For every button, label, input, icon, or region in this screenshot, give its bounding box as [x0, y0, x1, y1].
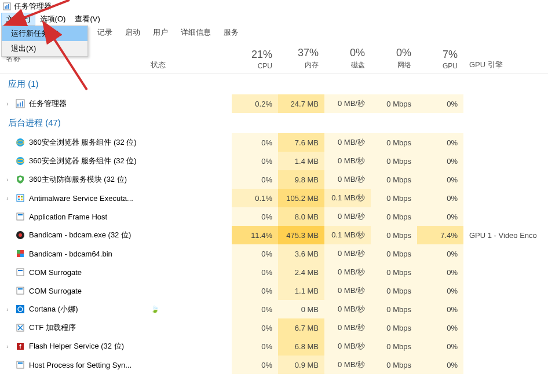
- menu-file[interactable]: 文件(F): [1, 13, 35, 25]
- svg-rect-2: [6, 5, 8, 9]
- tab-history[interactable]: 记录: [92, 25, 118, 39]
- process-name-cell: ›360主动防御服务模块 (32 位): [0, 174, 151, 185]
- process-name: COM Surrogate: [29, 287, 82, 295]
- process-row[interactable]: 360安全浏览器 服务组件 (32 位)0%7.6 MB0 MB/秒0 Mbps…: [0, 133, 548, 152]
- process-name-cell: ›Cortana (小娜): [0, 304, 151, 314]
- process-row[interactable]: ›Antimalware Service Executa...0.1%105.2…: [0, 189, 548, 207]
- svg-rect-13: [17, 195, 24, 202]
- disk-cell: 0 MB/秒: [324, 133, 371, 152]
- cpu-cell: 11.4%: [232, 226, 278, 244]
- shield360-icon: [15, 174, 25, 185]
- expand-icon[interactable]: ›: [3, 343, 12, 350]
- group-apps[interactable]: 应用 (1): [0, 74, 548, 94]
- process-name-cell: Bandicam - bdcam64.bin: [0, 248, 151, 259]
- disk-cell: 0 MB/秒: [324, 356, 371, 374]
- menu-new-task[interactable]: 运行新任务(N): [2, 26, 87, 41]
- tab-services[interactable]: 服务: [218, 25, 244, 39]
- memory-total: 37%: [298, 47, 319, 59]
- tab-users[interactable]: 用户: [147, 25, 174, 39]
- menu-view[interactable]: 查看(V): [70, 13, 104, 25]
- process-row[interactable]: 360安全浏览器 服务组件 (32 位)0%1.4 MB0 MB/秒0 Mbps…: [0, 152, 548, 170]
- disk-cell: 0 MB/秒: [324, 337, 371, 356]
- memory-cell: 105.2 MB: [278, 189, 324, 207]
- network-cell: 0 Mbps: [371, 170, 417, 189]
- process-row[interactable]: ›360主动防御服务模块 (32 位)0%9.8 MB0 MB/秒0 Mbps0…: [0, 170, 548, 189]
- disk-cell: 0 MB/秒: [324, 318, 371, 337]
- col-header-gpu[interactable]: 7% GPU: [417, 49, 463, 70]
- disk-cell: 0 MB/秒: [324, 300, 371, 318]
- svg-rect-15: [21, 196, 23, 197]
- disk-cell: 0.1 MB/秒: [324, 226, 371, 244]
- process-row[interactable]: Bandicam - bdcam64.bin0%3.6 MB0 MB/秒0 Mb…: [0, 244, 548, 263]
- network-cell: 0 Mbps: [371, 337, 417, 356]
- network-cell: 0 Mbps: [371, 226, 417, 244]
- col-header-network[interactable]: 0% 网络: [371, 47, 417, 70]
- process-name: Flash Helper Service (32 位): [29, 341, 124, 351]
- menu-exit[interactable]: 退出(X): [2, 41, 87, 56]
- process-name-cell: ›fFlash Helper Service (32 位): [0, 341, 151, 351]
- memory-cell: 475.3 MB: [278, 226, 324, 244]
- memory-cell: 1.1 MB: [278, 281, 324, 300]
- process-name: 360主动防御服务模块 (32 位): [29, 174, 127, 185]
- gpu-cell: 7.4%: [417, 226, 463, 244]
- gpu-cell: 0%: [417, 300, 463, 318]
- app-icon: [15, 211, 25, 222]
- network-cell: 0 Mbps: [371, 281, 417, 300]
- tab-startup[interactable]: 启动: [119, 25, 146, 39]
- memory-cell: 9.8 MB: [278, 170, 324, 189]
- process-row[interactable]: COM Surrogate0%2.4 MB0 MB/秒0 Mbps0%: [0, 263, 548, 281]
- tab-details[interactable]: 详细信息: [175, 25, 217, 39]
- expand-icon[interactable]: ›: [3, 195, 12, 202]
- col-header-gpu-engine[interactable]: GPU 引擎: [463, 60, 548, 70]
- gpu-cell: 0%: [417, 152, 463, 170]
- process-row[interactable]: Host Process for Setting Syn...0%0.9 MB0…: [0, 356, 548, 374]
- process-row[interactable]: ›Cortana (小娜)🍃0%0 MB0 MB/秒0 Mbps0%: [0, 300, 548, 318]
- network-cell: 0 Mbps: [371, 300, 417, 318]
- svg-rect-23: [17, 250, 20, 254]
- gpu-cell: 0%: [417, 133, 463, 152]
- disk-cell: 0 MB/秒: [324, 170, 371, 189]
- process-name-cell: 360安全浏览器 服务组件 (32 位): [0, 156, 151, 166]
- disk-cell: 0 MB/秒: [324, 207, 371, 226]
- defender-icon: [15, 193, 25, 203]
- svg-rect-25: [17, 269, 24, 276]
- expand-icon[interactable]: ›: [3, 177, 12, 183]
- process-name-cell: ›任务管理器: [0, 98, 151, 109]
- disk-cell: 0 MB/秒: [324, 281, 371, 300]
- svg-rect-7: [22, 101, 23, 107]
- process-name: COM Surrogate: [29, 268, 82, 277]
- process-name: 任务管理器: [29, 98, 67, 109]
- flash-icon: f: [15, 341, 25, 351]
- gpu-cell: 0%: [417, 318, 463, 337]
- col-header-status[interactable]: 状态: [151, 60, 232, 70]
- process-row[interactable]: COM Surrogate0%1.1 MB0 MB/秒0 Mbps0%: [0, 281, 548, 300]
- svg-point-21: [19, 233, 22, 237]
- process-row[interactable]: Bandicam - bdcam.exe (32 位)11.4%475.3 MB…: [0, 226, 548, 244]
- process-name-cell: COM Surrogate: [0, 267, 151, 277]
- process-row[interactable]: ›fFlash Helper Service (32 位)0%6.8 MB0 M…: [0, 337, 548, 356]
- svg-rect-1: [5, 6, 6, 9]
- group-background[interactable]: 后台进程 (47): [0, 113, 548, 133]
- expand-icon[interactable]: ›: [3, 306, 12, 313]
- col-header-disk[interactable]: 0% 磁盘: [324, 47, 371, 70]
- cpu-cell: 0%: [232, 263, 278, 281]
- svg-rect-16: [18, 199, 20, 200]
- network-total: 0%: [396, 47, 411, 59]
- network-cell: 0 Mbps: [371, 207, 417, 226]
- gpu-cell: 0%: [417, 337, 463, 356]
- bandicam-icon: [15, 230, 25, 240]
- menu-options[interactable]: 选项(O): [35, 13, 71, 25]
- process-row[interactable]: CTF 加载程序0%6.7 MB0 MB/秒0 Mbps0%: [0, 318, 548, 337]
- menubar: 文件(F) 选项(O) 查看(V): [0, 13, 548, 25]
- app-icon: [15, 360, 25, 370]
- col-header-cpu[interactable]: 21% CPU: [232, 49, 278, 70]
- process-row[interactable]: Application Frame Host0%8.0 MB0 MB/秒0 Mb…: [0, 207, 548, 226]
- svg-rect-14: [18, 196, 20, 197]
- col-header-memory[interactable]: 37% 内存: [278, 47, 324, 70]
- process-row[interactable]: ›任务管理器0.2%24.7 MB0 MB/秒0 Mbps0%: [0, 94, 548, 113]
- expand-icon[interactable]: ›: [3, 101, 12, 107]
- disk-cell: 0 MB/秒: [324, 94, 371, 113]
- memory-cell: 0.9 MB: [278, 356, 324, 374]
- cpu-cell: 0%: [232, 300, 278, 318]
- cpu-cell: 0%: [232, 318, 278, 337]
